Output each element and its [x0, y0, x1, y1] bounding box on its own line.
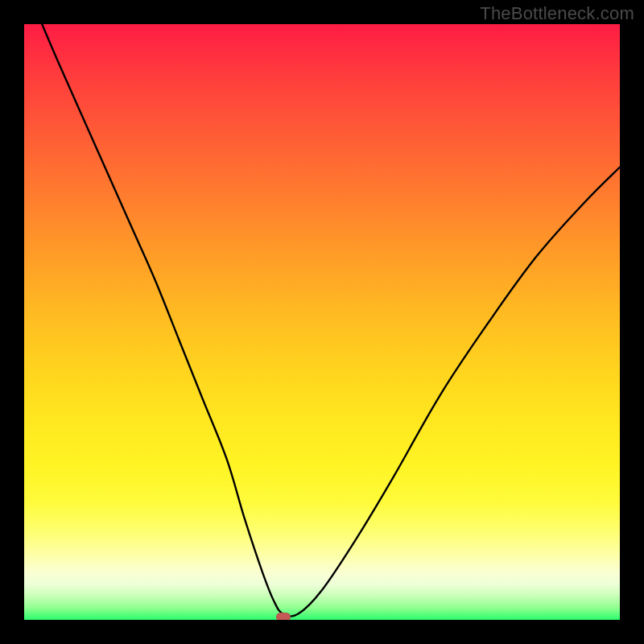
watermark-text: TheBottleneck.com — [480, 3, 634, 24]
chart-frame: TheBottleneck.com — [0, 0, 644, 644]
plot-area — [24, 24, 620, 620]
curve-minimum-marker — [276, 613, 291, 620]
bottleneck-curve — [24, 24, 620, 620]
